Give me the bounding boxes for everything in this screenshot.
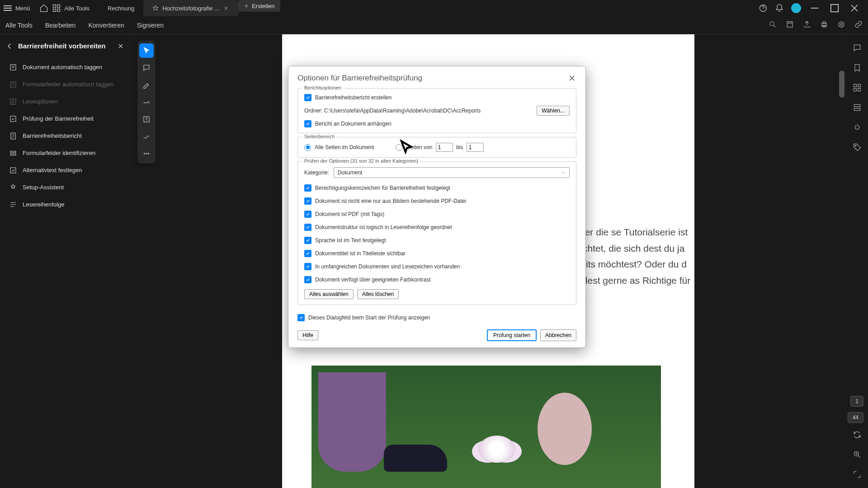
minimize-icon[interactable] <box>808 2 821 14</box>
pages-from-radio[interactable] <box>396 144 402 151</box>
highlight-tool[interactable] <box>139 78 154 92</box>
clear-all-button[interactable]: Alles löschen <box>357 289 399 299</box>
sidebar-item-autotag[interactable]: Dokument automatisch taggen <box>5 59 124 76</box>
option-checkbox[interactable] <box>304 211 311 218</box>
svg-rect-8 <box>822 23 827 26</box>
print-icon[interactable] <box>820 20 828 30</box>
option-checkbox[interactable] <box>304 197 311 205</box>
close-icon[interactable] <box>117 42 124 50</box>
select-tool[interactable] <box>139 43 154 58</box>
svg-rect-13 <box>10 65 16 70</box>
panel-attachments-icon[interactable] <box>853 123 862 132</box>
home-icon[interactable] <box>39 4 48 13</box>
svg-point-31 <box>855 145 856 146</box>
toolbar-alle-tools[interactable]: Alle Tools <box>5 22 33 29</box>
option-checkbox[interactable] <box>304 224 311 231</box>
sidebar-title: Barrierefreiheit vorbereiten <box>18 42 113 51</box>
svg-point-12 <box>840 23 843 25</box>
link-icon[interactable] <box>854 20 863 30</box>
hamburger-icon[interactable] <box>4 5 12 11</box>
cancel-button[interactable]: Abbrechen <box>540 329 576 341</box>
expand-icon[interactable] <box>853 470 862 479</box>
toolbar-signieren[interactable]: Signieren <box>137 22 164 29</box>
attach-report-checkbox[interactable] <box>304 120 311 127</box>
grid-icon[interactable] <box>52 4 61 13</box>
more-tools-icon[interactable] <box>139 146 154 161</box>
folder-path-label: Ordner: C:\Users\stefa\AppData\Roaming\A… <box>304 108 531 114</box>
show-startup-label: Dieses Dialogfeld beim Start der Prüfung… <box>308 314 430 321</box>
help-button[interactable]: Hilfe <box>297 330 318 340</box>
bell-icon[interactable] <box>775 4 784 13</box>
create-button[interactable]: Erstellen <box>238 0 280 12</box>
sign-tool[interactable] <box>139 129 154 144</box>
refresh-icon[interactable] <box>853 430 862 439</box>
check-options-label: Prüfen der Optionen (31 von 32 in allen … <box>302 158 420 164</box>
toolbar-bearbeiten[interactable]: Bearbeiten <box>45 22 76 29</box>
sidebar-item-report[interactable]: Barrierefreiheitsbericht <box>5 127 124 145</box>
svg-rect-28 <box>858 89 860 91</box>
svg-rect-5 <box>831 5 838 12</box>
svg-point-11 <box>839 22 844 27</box>
sidebar-item-readoptions: Leseoptionen <box>5 93 124 110</box>
panel-layers-icon[interactable] <box>853 103 862 112</box>
svg-rect-29 <box>854 104 860 107</box>
accessibility-check-dialog: Optionen für Barrierefreiheitsprüfung Be… <box>288 66 586 348</box>
category-select[interactable]: Dokument <box>334 167 570 178</box>
alle-tools-label[interactable]: Alle Tools <box>65 5 90 12</box>
svg-rect-18 <box>10 151 16 152</box>
svg-rect-7 <box>787 22 793 27</box>
share-icon[interactable] <box>803 20 811 30</box>
sidebar-item-check[interactable]: Prüfung der Barrierefreiheit <box>5 110 124 127</box>
draw-tool[interactable] <box>139 95 154 109</box>
maximize-icon[interactable] <box>828 2 841 14</box>
save-icon[interactable] <box>786 20 794 30</box>
panel-tags-icon[interactable] <box>853 143 862 152</box>
svg-rect-16 <box>10 116 16 122</box>
protect-icon[interactable] <box>837 20 845 30</box>
start-check-button[interactable]: Prüfung starten <box>487 329 537 341</box>
select-all-button[interactable]: Alles auswählen <box>304 289 354 299</box>
avatar[interactable] <box>791 3 801 13</box>
create-report-checkbox[interactable] <box>304 94 311 101</box>
svg-rect-27 <box>854 89 856 91</box>
sidebar-item-readorder[interactable]: Lesereihenfolge <box>5 196 124 213</box>
tab-rechnung[interactable]: Rechnung <box>99 0 143 16</box>
option-checkbox[interactable] <box>304 184 311 192</box>
panel-thumbnails-icon[interactable] <box>853 83 862 92</box>
page-range-label: Seitenbereich <box>302 134 336 139</box>
scrollbar[interactable] <box>839 70 844 98</box>
attach-report-label: Bericht an Dokument anhängen <box>315 121 392 127</box>
page-to-input[interactable] <box>467 143 484 152</box>
pages-from-label: Seiten von <box>407 144 433 150</box>
page-from-input[interactable] <box>436 143 453 152</box>
close-icon[interactable] <box>848 2 861 14</box>
close-icon[interactable] <box>223 5 229 11</box>
all-pages-radio[interactable] <box>304 144 311 151</box>
tab-hochzeitsfotografie[interactable]: Hochzeitsfotografie ... <box>143 0 238 16</box>
sidebar-item-alttext[interactable]: Alternativtext festlegen <box>5 162 124 179</box>
show-startup-checkbox[interactable] <box>297 314 305 321</box>
close-icon[interactable] <box>567 74 576 83</box>
option-checkbox[interactable] <box>304 250 311 257</box>
toolbar-konvertieren[interactable]: Konvertieren <box>88 22 124 29</box>
panel-bookmarks-icon[interactable] <box>853 63 862 72</box>
report-section-label: Berichtsoptionen <box>302 85 343 90</box>
floating-toolbar <box>137 41 156 164</box>
comment-tool[interactable] <box>139 61 154 75</box>
option-checkbox[interactable] <box>304 263 311 270</box>
svg-rect-19 <box>10 154 16 155</box>
svg-rect-1 <box>57 5 60 8</box>
text-tool[interactable] <box>139 112 154 127</box>
option-checkbox[interactable] <box>304 237 311 244</box>
option-checkbox[interactable] <box>304 276 311 283</box>
panel-comments-icon[interactable] <box>853 43 862 52</box>
sidebar-item-identify[interactable]: Formularfelder identifizieren <box>5 145 124 162</box>
svg-rect-14 <box>10 82 16 87</box>
sidebar-item-setup[interactable]: Setup-Assistent <box>5 179 124 196</box>
search-icon[interactable] <box>769 20 777 30</box>
back-icon[interactable] <box>5 42 14 50</box>
menu-label[interactable]: Menü <box>15 5 30 12</box>
zoom-icon[interactable] <box>853 450 862 459</box>
help-icon[interactable] <box>759 4 768 13</box>
choose-button[interactable]: Wählen... <box>537 106 570 116</box>
